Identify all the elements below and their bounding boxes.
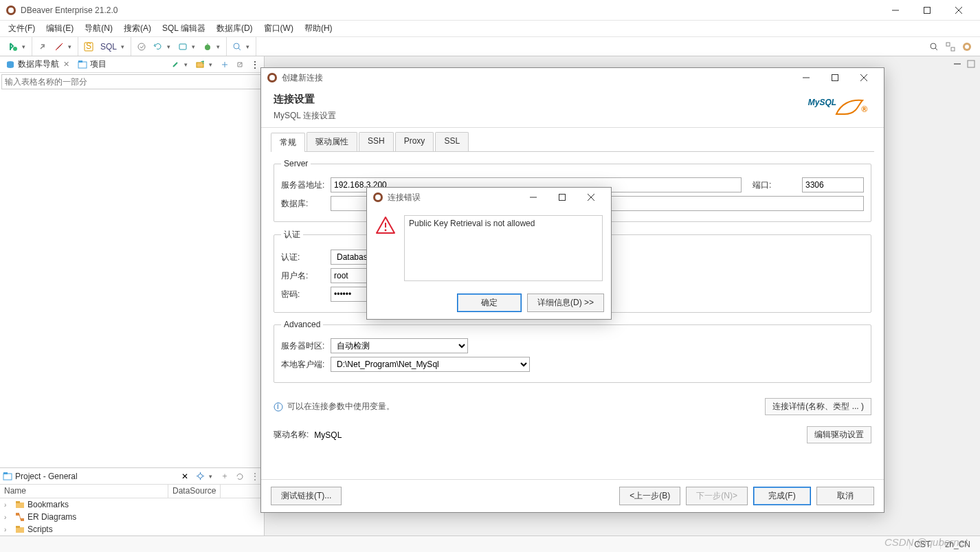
chevron-down-icon[interactable]: ▾ (68, 43, 75, 50)
svg-line-15 (238, 48, 241, 50)
window-close-button[interactable] (943, 0, 975, 21)
svg-rect-50 (559, 195, 566, 201)
menubar: 文件(F) 编辑(E) 导航(N) 搜索(A) SQL 编辑器 数据库(D) 窗… (0, 21, 980, 37)
commit-icon[interactable] (134, 39, 149, 54)
connect-tool-icon[interactable] (169, 58, 181, 71)
tree-item-bookmarks[interactable]: › Bookmarks (0, 498, 264, 511)
view-menu-icon[interactable]: ⋮ (249, 58, 261, 71)
back-button[interactable]: <上一步(B) (619, 487, 680, 505)
collapse-icon[interactable] (219, 58, 231, 71)
tab-driver-props[interactable]: 驱动属性 (307, 132, 357, 151)
new-folder-icon[interactable]: + (194, 58, 206, 71)
window-maximize-button[interactable] (911, 0, 943, 21)
error-ok-button[interactable]: 确定 (457, 294, 522, 312)
add-icon[interactable]: ＋ (219, 470, 231, 483)
project-columns: Name DataSource (0, 485, 264, 498)
database-nav-icon (5, 60, 15, 69)
error-minimize-button[interactable] (519, 188, 548, 206)
chevron-down-icon[interactable]: ▾ (22, 43, 29, 50)
perspective-switch-icon[interactable] (943, 39, 958, 54)
chevron-right-icon[interactable]: › (4, 526, 12, 533)
bug-icon[interactable] (200, 39, 215, 54)
menu-file[interactable]: 文件(F) (3, 21, 41, 36)
svg-rect-3 (924, 7, 931, 13)
view-menu-icon[interactable]: ⋮ (249, 470, 261, 483)
tab-proxy[interactable]: Proxy (395, 132, 434, 151)
project-tree[interactable]: › Bookmarks › ER Diagrams › Scripts (0, 498, 264, 536)
col-name[interactable]: Name (0, 485, 168, 498)
finish-button[interactable]: 完成(F) (753, 487, 811, 505)
local-client-select[interactable]: D:\Net_Program\Net_MySql (331, 357, 530, 372)
menu-database[interactable]: 数据库(D) (211, 21, 258, 36)
chevron-down-icon[interactable]: ▾ (209, 61, 216, 68)
gear-icon[interactable] (194, 470, 206, 483)
search-icon[interactable] (230, 39, 245, 54)
error-maximize-button[interactable] (548, 188, 577, 206)
statusbar: CST zh_CN (0, 536, 980, 552)
error-dialog-titlebar[interactable]: 连接错误 (367, 188, 611, 207)
test-connection-button[interactable]: 测试链接(T)... (271, 487, 342, 505)
port-input[interactable] (802, 177, 864, 192)
svg-rect-38 (968, 60, 975, 67)
dialog-close-button[interactable] (849, 69, 878, 87)
transaction-icon[interactable] (175, 39, 190, 54)
tree-item-scripts[interactable]: › Scripts (0, 523, 264, 536)
refresh-icon[interactable] (234, 470, 246, 483)
warning-icon (375, 215, 396, 236)
menu-window[interactable]: 窗口(W) (258, 21, 299, 36)
dialog-titlebar[interactable]: 创建新连接 (261, 68, 884, 87)
minimize-view-icon[interactable] (951, 58, 964, 70)
view-projects[interactable]: 项目 (75, 57, 109, 71)
menu-search[interactable]: 搜索(A) (118, 21, 157, 36)
database-navigator-tree[interactable] (0, 91, 264, 467)
chevron-down-icon[interactable]: ▾ (184, 61, 191, 68)
menu-navigate[interactable]: 导航(N) (79, 21, 118, 36)
menu-help[interactable]: 帮助(H) (299, 21, 338, 36)
search-toolbar-icon[interactable] (926, 39, 942, 54)
tab-ssl[interactable]: SSL (435, 132, 469, 151)
nav-filter[interactable] (1, 74, 263, 89)
chevron-down-icon[interactable]: ▾ (216, 43, 223, 50)
new-connection-icon[interactable] (5, 39, 21, 54)
plug-disconnect-icon[interactable] (52, 39, 67, 54)
error-message[interactable]: Public Key Retrieval is not allowed (404, 215, 603, 281)
window-minimize-button[interactable] (880, 0, 911, 21)
chevron-right-icon[interactable]: › (4, 514, 12, 521)
svg-rect-42 (832, 75, 838, 81)
svg-point-54 (385, 230, 387, 232)
perspective-icon[interactable] (959, 39, 975, 54)
dialog-header: 连接设置 MySQL 连接设置 MySQL ® (261, 87, 884, 128)
link-editor-icon[interactable] (234, 58, 246, 71)
close-icon[interactable]: ✕ (181, 472, 188, 481)
server-tz-select[interactable]: 自动检测 (331, 338, 468, 353)
view-db-navigator-label: 数据库导航 (18, 58, 59, 70)
error-details-button[interactable]: 详细信息(D) >> (527, 294, 604, 312)
chevron-right-icon[interactable]: › (4, 501, 12, 509)
dialog-minimize-button[interactable] (792, 69, 821, 87)
restore-view-icon[interactable] (965, 58, 977, 70)
dialog-maximize-button[interactable] (821, 69, 849, 87)
error-close-button[interactable] (577, 188, 605, 206)
chevron-down-icon[interactable]: ▾ (192, 43, 199, 50)
connection-details-button[interactable]: 连接详情(名称、类型 ... ) (765, 398, 871, 415)
variables-info-text: 可以在连接参数中使用变量。 (287, 401, 394, 412)
edit-driver-button[interactable]: 编辑驱动设置 (807, 426, 871, 443)
close-icon[interactable]: ✕ (63, 60, 69, 69)
nav-filter-input[interactable] (2, 75, 262, 89)
tab-general[interactable]: 常规 (271, 133, 305, 152)
plug-connect-icon[interactable] (35, 39, 50, 54)
cancel-button[interactable]: 取消 (816, 487, 874, 505)
sql-editor-icon[interactable]: S (81, 39, 96, 54)
chevron-down-icon[interactable]: ▾ (209, 473, 216, 480)
chevron-down-icon[interactable]: ▾ (246, 43, 253, 50)
menu-edit[interactable]: 编辑(E) (41, 21, 79, 36)
chevron-down-icon[interactable]: ▾ (121, 43, 128, 50)
tree-item-er-diagrams[interactable]: › ER Diagrams (0, 511, 264, 523)
menu-sql-editor[interactable]: SQL 编辑器 (157, 21, 211, 36)
col-datasource[interactable]: DataSource (168, 485, 221, 498)
view-db-navigator[interactable]: 数据库导航 ✕ (3, 57, 72, 71)
rollback-icon[interactable] (151, 39, 166, 54)
chevron-down-icon[interactable]: ▾ (167, 43, 174, 50)
tab-ssh[interactable]: SSH (359, 132, 394, 151)
svg-rect-27 (3, 474, 12, 480)
